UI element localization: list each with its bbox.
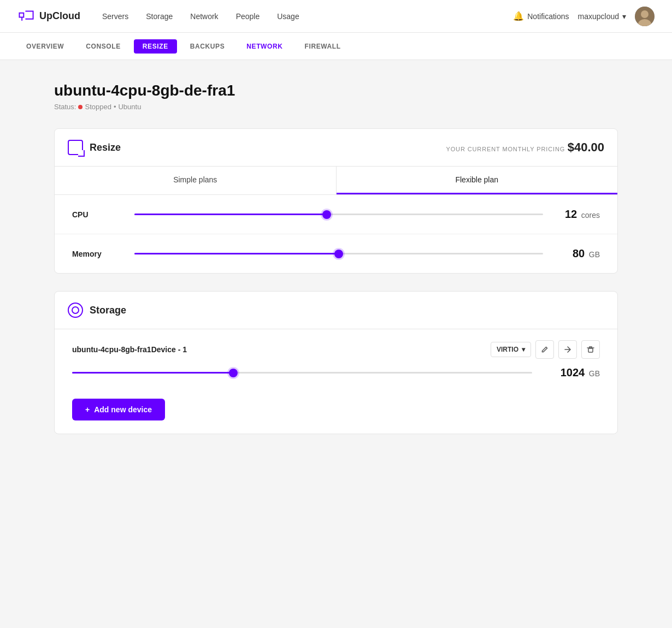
status-dot — [78, 105, 82, 109]
pricing-value: $40.00 — [568, 140, 604, 154]
subnav-firewall[interactable]: FIREWALL — [296, 39, 350, 54]
cpu-slider-row: CPU 12 cores — [72, 208, 600, 221]
virtio-label: VIRTIO — [497, 346, 518, 353]
os-label: Ubuntu — [118, 103, 141, 111]
resize-card-title: Resize — [90, 142, 121, 153]
tab-flexible-plan[interactable]: Flexible plan — [337, 167, 618, 194]
memory-value: 80 GB — [556, 247, 600, 260]
avatar[interactable] — [635, 7, 655, 26]
status-label: Status: — [54, 103, 76, 111]
logo-text: UpCloud — [39, 10, 80, 22]
storage-card-header: Storage — [55, 292, 617, 329]
pricing-group: YOUR CURRENT MONTHLY PRICING $40.00 — [446, 140, 604, 155]
server-status: Status: Stopped • Ubuntu — [54, 103, 618, 111]
memory-fill — [134, 253, 339, 254]
resize-card: Resize YOUR CURRENT MONTHLY PRICING $40.… — [54, 128, 618, 274]
chevron-down-icon: ▾ — [622, 12, 626, 21]
nav-links: Servers Storage Network People Usage — [102, 12, 513, 21]
detach-button[interactable] — [558, 340, 577, 359]
resize-card-header: Resize YOUR CURRENT MONTHLY PRICING $40.… — [55, 129, 617, 167]
storage-title-group: Storage — [68, 303, 126, 318]
memory-unit: GB — [589, 250, 600, 259]
resize-title-group: Resize — [68, 140, 121, 155]
resize-icon — [68, 140, 83, 155]
nav-usage[interactable]: Usage — [277, 12, 299, 21]
edit-button[interactable] — [535, 340, 554, 359]
subnav-network[interactable]: NETWORK — [238, 39, 291, 54]
cpu-thumb[interactable] — [322, 210, 331, 219]
storage-icon — [68, 303, 83, 318]
cpu-track — [134, 214, 543, 215]
server-title: ubuntu-4cpu-8gb-de-fra1 — [54, 82, 618, 99]
storage-slider-row: 1024 GB — [72, 366, 600, 379]
cpu-unit: cores — [581, 211, 600, 220]
device-actions: VIRTIO ▾ — [491, 340, 600, 359]
device-name: ubuntu-4cpu-8gb-fra1Device - 1 — [72, 345, 187, 354]
storage-card: Storage ubuntu-4cpu-8gb-fra1Device - 1 V… — [54, 291, 618, 434]
memory-slider-section: Memory 80 GB — [55, 234, 617, 273]
storage-unit: GB — [589, 369, 600, 378]
cpu-value: 12 cores — [556, 208, 600, 221]
plus-icon: + — [85, 405, 90, 414]
nav-servers[interactable]: Servers — [102, 12, 128, 21]
add-device-button[interactable]: + Add new device — [72, 399, 165, 420]
storage-device-section: ubuntu-4cpu-8gb-fra1Device - 1 VIRTIO ▾ — [55, 329, 617, 390]
device-row: ubuntu-4cpu-8gb-fra1Device - 1 VIRTIO ▾ — [72, 340, 600, 359]
memory-thumb[interactable] — [334, 250, 343, 258]
notifications-label: Notifications — [527, 12, 569, 21]
svg-rect-3 — [588, 348, 593, 352]
storage-track — [72, 372, 532, 374]
virtio-chevron-icon: ▾ — [522, 346, 525, 353]
storage-fill — [72, 372, 233, 374]
storage-slider-track[interactable] — [72, 368, 532, 378]
storage-value: 1024 GB — [545, 366, 600, 379]
memory-slider-row: Memory 80 GB — [72, 247, 600, 260]
cpu-label: CPU — [72, 210, 121, 219]
subnav-overview[interactable]: OVERVIEW — [17, 39, 73, 54]
plan-tabs: Simple plans Flexible plan — [55, 167, 617, 195]
status-value: Stopped — [85, 103, 111, 111]
subnav-console[interactable]: CONSOLE — [77, 39, 129, 54]
main-content: ubuntu-4cpu-8gb-de-fra1 Status: Stopped … — [41, 60, 631, 456]
storage-card-title: Storage — [90, 305, 126, 316]
tab-simple-plans[interactable]: Simple plans — [55, 167, 336, 194]
cpu-slider-track[interactable] — [134, 209, 543, 220]
nav-storage[interactable]: Storage — [146, 12, 173, 21]
nav-right: 🔔 Notifications maxupcloud ▾ — [513, 7, 655, 26]
svg-point-1 — [641, 10, 649, 18]
username-label: maxupcloud — [578, 12, 620, 21]
top-navigation: UpCloud Servers Storage Network People U… — [0, 0, 672, 33]
cpu-slider-section: CPU 12 cores — [55, 195, 617, 234]
user-menu-button[interactable]: maxupcloud ▾ — [578, 12, 627, 21]
sub-navigation: OVERVIEW CONSOLE RESIZE BACKUPS NETWORK … — [0, 33, 672, 60]
bell-icon: 🔔 — [513, 11, 524, 21]
cpu-fill — [134, 214, 327, 215]
memory-slider-track[interactable] — [134, 248, 543, 259]
storage-thumb[interactable] — [229, 369, 238, 377]
logo[interactable]: UpCloud — [17, 10, 80, 22]
nav-people[interactable]: People — [236, 12, 260, 21]
memory-label: Memory — [72, 250, 121, 258]
add-device-label: Add new device — [94, 405, 152, 414]
nav-network[interactable]: Network — [190, 12, 218, 21]
notifications-button[interactable]: 🔔 Notifications — [513, 11, 569, 21]
delete-button[interactable] — [581, 340, 600, 359]
pricing-label: YOUR CURRENT MONTHLY PRICING — [446, 146, 565, 152]
subnav-backups[interactable]: BACKUPS — [181, 39, 234, 54]
subnav-resize[interactable]: RESIZE — [134, 39, 177, 54]
virtio-dropdown[interactable]: VIRTIO ▾ — [491, 342, 531, 357]
